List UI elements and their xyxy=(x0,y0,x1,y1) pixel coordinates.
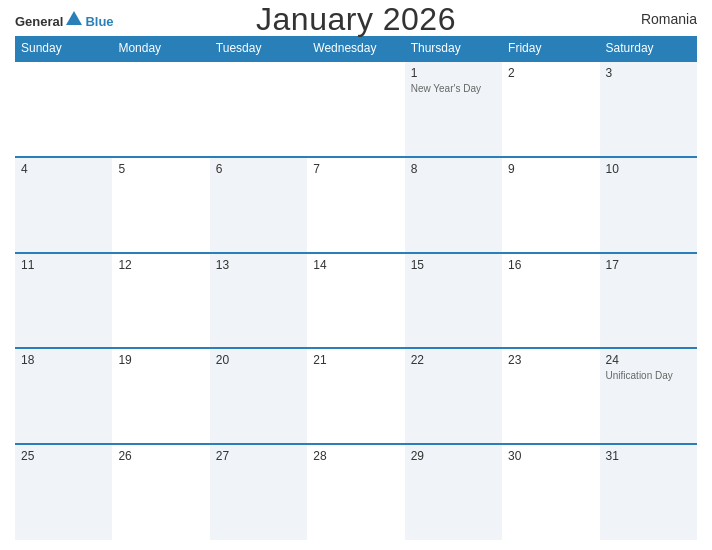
day-number: 5 xyxy=(118,162,203,176)
day-number: 15 xyxy=(411,258,496,272)
day-number: 29 xyxy=(411,449,496,463)
logo-general-text: General xyxy=(15,15,63,28)
calendar-cell: 21 xyxy=(307,348,404,444)
calendar-container: General Blue January 2026 Romania Sunday… xyxy=(0,0,712,550)
calendar-cell: 8 xyxy=(405,157,502,253)
calendar-cell xyxy=(112,61,209,157)
calendar-body: 1New Year's Day2345678910111213141516171… xyxy=(15,61,697,540)
month-title: January 2026 xyxy=(256,1,456,38)
calendar-week-row: 1New Year's Day23 xyxy=(15,61,697,157)
day-of-week-header: Saturday xyxy=(600,36,697,61)
calendar-header: SundayMondayTuesdayWednesdayThursdayFrid… xyxy=(15,36,697,61)
calendar-cell: 13 xyxy=(210,253,307,349)
calendar-cell: 7 xyxy=(307,157,404,253)
calendar-cell: 4 xyxy=(15,157,112,253)
calendar-cell: 17 xyxy=(600,253,697,349)
calendar-cell xyxy=(15,61,112,157)
day-number: 14 xyxy=(313,258,398,272)
calendar-cell: 22 xyxy=(405,348,502,444)
header: General Blue January 2026 Romania xyxy=(15,10,697,28)
day-of-week-header: Friday xyxy=(502,36,599,61)
calendar-cell: 15 xyxy=(405,253,502,349)
calendar-table: SundayMondayTuesdayWednesdayThursdayFrid… xyxy=(15,36,697,540)
logo: General Blue xyxy=(15,10,114,28)
day-of-week-header: Monday xyxy=(112,36,209,61)
calendar-cell: 14 xyxy=(307,253,404,349)
day-number: 11 xyxy=(21,258,106,272)
calendar-cell: 10 xyxy=(600,157,697,253)
day-number: 1 xyxy=(411,66,496,80)
holiday-name: New Year's Day xyxy=(411,82,496,95)
calendar-cell: 28 xyxy=(307,444,404,540)
day-number: 3 xyxy=(606,66,691,80)
calendar-cell: 25 xyxy=(15,444,112,540)
day-number: 31 xyxy=(606,449,691,463)
calendar-cell: 18 xyxy=(15,348,112,444)
calendar-cell: 1New Year's Day xyxy=(405,61,502,157)
holiday-name: Unification Day xyxy=(606,369,691,382)
day-number: 20 xyxy=(216,353,301,367)
day-number: 25 xyxy=(21,449,106,463)
day-number: 24 xyxy=(606,353,691,367)
day-number: 12 xyxy=(118,258,203,272)
day-number: 18 xyxy=(21,353,106,367)
calendar-cell: 30 xyxy=(502,444,599,540)
day-number: 4 xyxy=(21,162,106,176)
day-of-week-header: Sunday xyxy=(15,36,112,61)
calendar-cell: 12 xyxy=(112,253,209,349)
calendar-cell: 6 xyxy=(210,157,307,253)
calendar-cell: 5 xyxy=(112,157,209,253)
calendar-week-row: 25262728293031 xyxy=(15,444,697,540)
day-number: 19 xyxy=(118,353,203,367)
day-number: 6 xyxy=(216,162,301,176)
logo-icon xyxy=(64,9,84,27)
day-of-week-header: Thursday xyxy=(405,36,502,61)
calendar-cell: 31 xyxy=(600,444,697,540)
calendar-cell: 20 xyxy=(210,348,307,444)
day-number: 28 xyxy=(313,449,398,463)
calendar-cell: 27 xyxy=(210,444,307,540)
day-number: 30 xyxy=(508,449,593,463)
calendar-cell: 16 xyxy=(502,253,599,349)
day-number: 17 xyxy=(606,258,691,272)
day-number: 9 xyxy=(508,162,593,176)
calendar-cell: 19 xyxy=(112,348,209,444)
day-number: 13 xyxy=(216,258,301,272)
day-number: 26 xyxy=(118,449,203,463)
day-number: 27 xyxy=(216,449,301,463)
calendar-cell: 3 xyxy=(600,61,697,157)
day-number: 21 xyxy=(313,353,398,367)
calendar-cell: 24Unification Day xyxy=(600,348,697,444)
calendar-cell: 9 xyxy=(502,157,599,253)
day-number: 23 xyxy=(508,353,593,367)
day-number: 8 xyxy=(411,162,496,176)
day-number: 10 xyxy=(606,162,691,176)
day-number: 2 xyxy=(508,66,593,80)
calendar-cell: 11 xyxy=(15,253,112,349)
country-label: Romania xyxy=(641,11,697,27)
calendar-cell: 26 xyxy=(112,444,209,540)
calendar-week-row: 11121314151617 xyxy=(15,253,697,349)
calendar-cell: 2 xyxy=(502,61,599,157)
day-number: 22 xyxy=(411,353,496,367)
day-of-week-header: Wednesday xyxy=(307,36,404,61)
day-number: 16 xyxy=(508,258,593,272)
day-of-week-header: Tuesday xyxy=(210,36,307,61)
calendar-week-row: 45678910 xyxy=(15,157,697,253)
calendar-week-row: 18192021222324Unification Day xyxy=(15,348,697,444)
calendar-cell: 23 xyxy=(502,348,599,444)
days-of-week-row: SundayMondayTuesdayWednesdayThursdayFrid… xyxy=(15,36,697,61)
calendar-cell: 29 xyxy=(405,444,502,540)
day-number: 7 xyxy=(313,162,398,176)
calendar-cell xyxy=(210,61,307,157)
svg-marker-0 xyxy=(66,11,82,25)
calendar-cell xyxy=(307,61,404,157)
logo-blue-text: Blue xyxy=(85,15,113,28)
